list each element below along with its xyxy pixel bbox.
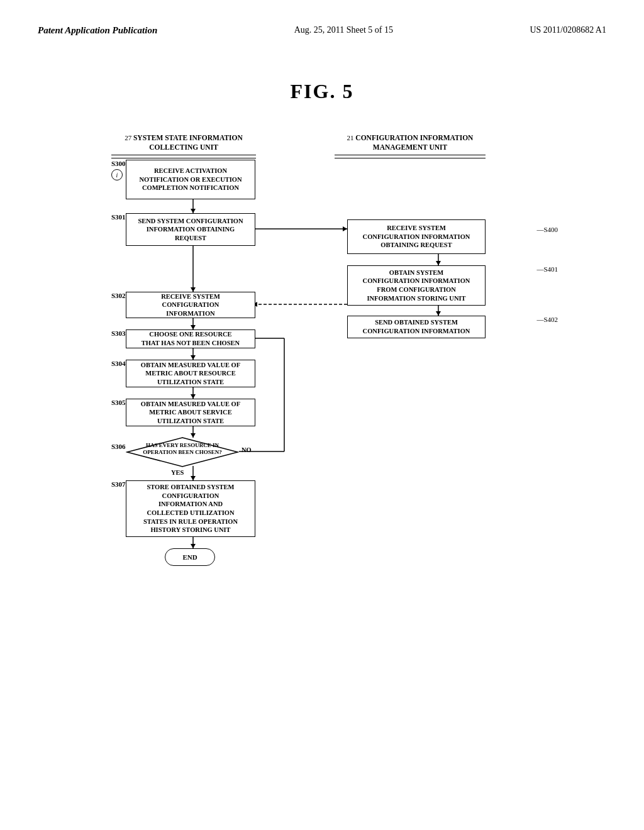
col-header-left: 27 SYSTEM STATE INFORMATIONCOLLECTING UN… xyxy=(111,133,256,158)
flow-box-s401: OBTAIN SYSTEMCONFIGURATION INFORMATIONFR… xyxy=(347,265,486,306)
flow-box-s300: RECEIVE ACTIVATIONNOTIFICATION OR EXECUT… xyxy=(126,160,255,199)
side-label-s401: —S401 xyxy=(536,265,558,273)
svg-marker-15 xyxy=(191,544,196,548)
step-label-s300: S300 xyxy=(111,160,126,167)
col-header-right: 21 CONFIGURATION INFORMATIONMANAGEMENT U… xyxy=(335,133,486,158)
flow-box-s304: OBTAIN MEASURED VALUE OFMETRIC ABOUT RES… xyxy=(126,360,255,387)
header-right: US 2011/0208682 A1 xyxy=(530,25,606,35)
flow-box-s305: OBTAIN MEASURED VALUE OFMETRIC ABOUT SER… xyxy=(126,399,255,426)
flow-box-s400: RECEIVE SYSTEMCONFIGURATION INFORMATIONO… xyxy=(347,219,486,254)
diagram-container: 27 SYSTEM STATE INFORMATIONCOLLECTING UN… xyxy=(77,122,567,638)
svg-marker-21 xyxy=(343,226,347,231)
step-label-s304: S304 xyxy=(111,360,126,367)
step-label-s306: S306 xyxy=(111,443,126,450)
svg-marker-5 xyxy=(191,325,196,329)
svg-marker-3 xyxy=(191,287,196,292)
no-label: NO xyxy=(242,446,252,453)
step-label-s307: S307 xyxy=(111,480,126,488)
flow-box-s301: SEND SYSTEM CONFIGURATIONINFORMATION OBT… xyxy=(126,213,255,246)
side-label-s402: —S402 xyxy=(536,316,558,323)
end-oval: END xyxy=(165,548,215,566)
svg-marker-7 xyxy=(191,355,196,360)
svg-text:HAS EVERY RESOURCE IN: HAS EVERY RESOURCE IN xyxy=(146,442,219,448)
yes-label: YES xyxy=(171,469,184,476)
svg-text:OPERATION BEEN CHOSEN?: OPERATION BEEN CHOSEN? xyxy=(143,449,221,455)
svg-marker-1 xyxy=(191,209,196,213)
diamond-s306: HAS EVERY RESOURCE IN OPERATION BEEN CHO… xyxy=(126,436,239,468)
step-label-s303: S303 xyxy=(111,329,126,337)
step-label-s305: S305 xyxy=(111,399,126,406)
header-center: Aug. 25, 2011 Sheet 5 of 15 xyxy=(294,25,393,35)
page-header: Patent Application Publication Aug. 25, … xyxy=(0,0,644,42)
circle-icon-s300: i xyxy=(111,169,123,180)
side-label-s400: —S400 xyxy=(536,226,558,233)
step-label-s302: S302 xyxy=(111,292,126,299)
flow-box-s303: CHOOSE ONE RESOURCETHAT HAS NOT BEEN CHO… xyxy=(126,329,255,348)
flow-box-s307: STORE OBTAINED SYSTEMCONFIGURATIONINFORM… xyxy=(126,480,255,537)
flow-box-s402: SEND OBTAINED SYSTEMCONFIGURATION INFORM… xyxy=(347,316,486,338)
header-left: Patent Application Publication xyxy=(38,25,157,36)
step-label-s301: S301 xyxy=(111,213,126,221)
svg-marker-13 xyxy=(191,476,196,480)
svg-marker-25 xyxy=(436,261,441,265)
svg-marker-27 xyxy=(436,311,441,316)
figure-title: FIG. 5 xyxy=(0,80,644,103)
svg-marker-9 xyxy=(191,394,196,399)
flow-box-s302: RECEIVE SYSTEMCONFIGURATIONINFORMATION xyxy=(126,292,255,318)
